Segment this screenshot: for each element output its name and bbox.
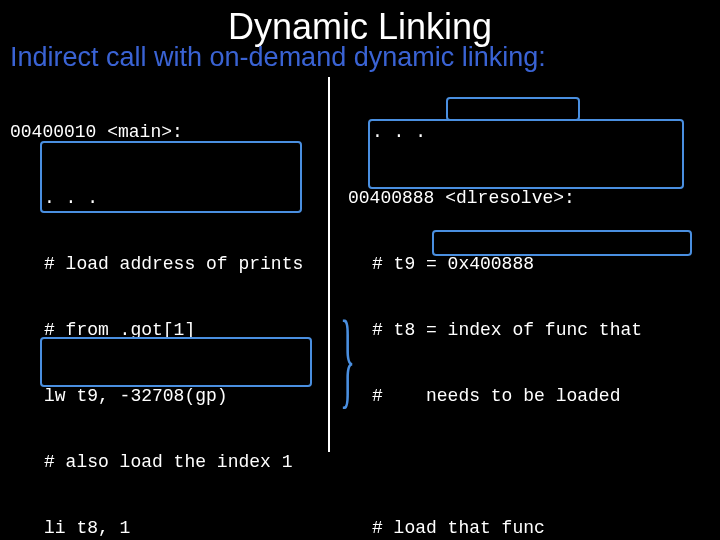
highlight-box (432, 230, 692, 256)
main-address: 00400010 <main>: (10, 121, 304, 143)
slide-subtitle: Indirect call with on-demand dynamic lin… (0, 42, 720, 73)
highlight-box (446, 97, 580, 121)
highlight-box (40, 141, 302, 213)
brace-icon: } (340, 297, 355, 421)
code-line: # also load the index 1 (10, 451, 304, 473)
code-line: # needs to be loaded (348, 385, 664, 407)
slide-title: Dynamic Linking (0, 0, 720, 48)
code-line: lw t9, -32708(gp) (10, 385, 304, 407)
code-line: # t8 = index of func that (348, 319, 664, 341)
code-line: li t8, 1 (10, 517, 304, 539)
code-line: # load address of prints (10, 253, 304, 275)
code-line: # t9 = 0x400888 (348, 253, 664, 275)
dlresolve-address: 00400888 <dlresolve>: (348, 187, 664, 209)
highlight-box (40, 337, 312, 387)
highlight-box (368, 119, 684, 189)
blank-line (348, 451, 664, 473)
code-area: 00400010 <main>: . . . # load address of… (0, 77, 720, 527)
code-line: # load that func (348, 517, 664, 539)
column-divider (328, 77, 330, 452)
